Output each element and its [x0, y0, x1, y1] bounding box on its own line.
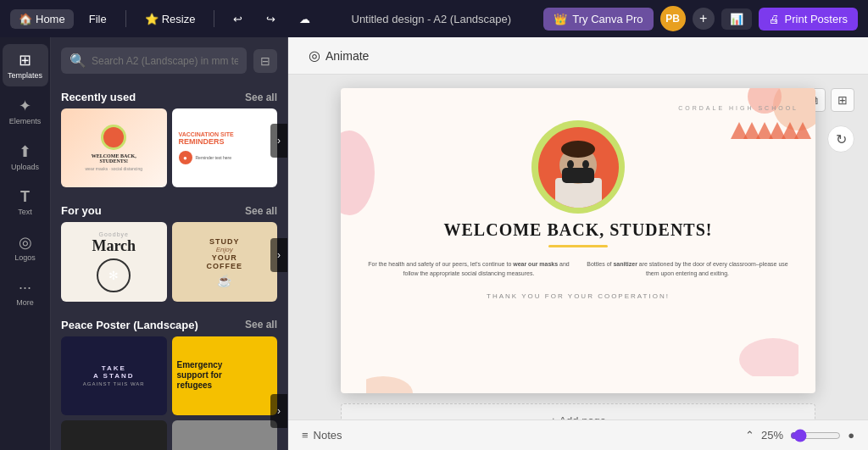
- search-area: 🔍 ⊟: [51, 37, 287, 84]
- template-march[interactable]: Goodbye March ✻: [61, 222, 167, 301]
- template-study-coffee[interactable]: STUDY Enjoy YOUR COFFEE ☕: [172, 222, 278, 301]
- plus-button[interactable]: +: [693, 8, 715, 30]
- uploads-icon: ⬆: [19, 142, 31, 161]
- notes-icon: ≡: [302, 429, 309, 442]
- add-icon: ⊞: [837, 93, 848, 107]
- deco-bottom-right: [714, 325, 798, 376]
- bottom-bar: ≡ Notes ⌃ 25% ●: [288, 419, 868, 450]
- left-sidebar: ⊞ Templates ✦ Elements ⬆ Uploads T Text …: [0, 37, 51, 450]
- cloud-button[interactable]: ☁: [291, 9, 319, 29]
- canvas-toolbar: ◎ Animate: [288, 37, 868, 75]
- sidebar-label-text: Text: [18, 208, 32, 216]
- design-underline: [548, 245, 608, 247]
- for-you-scroll-right[interactable]: ›: [270, 238, 287, 272]
- home-icon: 🏠: [19, 13, 32, 25]
- template-emergency[interactable]: Emergencysupport forrefugees: [172, 336, 278, 415]
- zoom-slider[interactable]: [790, 429, 841, 442]
- col1-text: For the health and safety of our peers, …: [366, 259, 571, 278]
- undo-icon: ↩: [233, 13, 242, 25]
- cloud-icon: ☁: [299, 13, 310, 25]
- file-button[interactable]: File: [81, 9, 115, 29]
- for-you-see-all[interactable]: See all: [245, 205, 277, 217]
- nav-divider-2: [214, 10, 214, 27]
- svg-rect-13: [562, 168, 594, 183]
- zoom-level: 25%: [761, 429, 783, 442]
- main-layout: ⊞ Templates ✦ Elements ⬆ Uploads T Text …: [0, 37, 868, 450]
- template-welcome-students[interactable]: WELCOME BACK,STUDENTS! wear masks · soci…: [61, 108, 167, 187]
- home-button[interactable]: 🏠 Home: [10, 9, 74, 29]
- refresh-icon: ↻: [836, 131, 847, 147]
- template-vaccination[interactable]: VACCINATION SITE REMINDERS ● Reminder te…: [172, 108, 278, 187]
- col2-text: Bottles of sanitizer are stationed by th…: [585, 259, 790, 278]
- sidebar-item-templates[interactable]: ⊞ Templates: [3, 44, 48, 86]
- canvas-wrapper: ⧉ ⊞ ↻: [288, 75, 868, 450]
- undo-button[interactable]: ↩: [225, 9, 251, 29]
- add-canvas-button[interactable]: ⊞: [831, 88, 854, 112]
- avatar[interactable]: PB: [660, 6, 686, 31]
- elements-icon: ✦: [19, 97, 31, 115]
- sidebar-item-logos[interactable]: ◎ Logos: [3, 226, 48, 269]
- resize-button[interactable]: ⭐ Resize: [136, 9, 204, 29]
- peace-poster-see-all[interactable]: See all: [245, 319, 277, 331]
- avatar-inner-circle: [538, 127, 619, 208]
- for-you-grid: Goodbye March ✻ STUDY Enjoy YOUR COFFEE: [51, 222, 287, 311]
- deco-bottom-left: [366, 351, 434, 393]
- peace-scroll-right[interactable]: ›: [270, 394, 287, 428]
- design-title: WELCOME BACK, STUDENTS!: [358, 220, 798, 240]
- svg-point-16: [561, 141, 595, 158]
- sidebar-label-templates: Templates: [8, 71, 42, 80]
- canvas-area: ◎ Animate ⧉ ⊞ ↻: [288, 37, 868, 450]
- chevron-up-icon: ⌃: [745, 429, 754, 442]
- circle-icon: ●: [848, 429, 854, 442]
- sidebar-item-text[interactable]: T Text: [3, 181, 48, 223]
- animate-label: Animate: [326, 49, 369, 63]
- search-box[interactable]: 🔍: [61, 47, 247, 74]
- svg-point-10: [366, 376, 413, 393]
- resize-label: Resize: [162, 13, 196, 25]
- template-bw[interactable]: refugees: [172, 420, 278, 450]
- design-title: Untitled design - A2 (Landscape): [326, 13, 537, 25]
- for-you-title: For you: [61, 204, 102, 217]
- analytics-button[interactable]: 📊: [721, 8, 752, 30]
- recently-used-header: Recently used See all: [51, 84, 287, 108]
- svg-point-14: [567, 160, 574, 169]
- analytics-icon: 📊: [730, 13, 743, 25]
- search-input[interactable]: [92, 55, 238, 67]
- sidebar-item-elements[interactable]: ✦ Elements: [3, 90, 48, 132]
- recently-used-scroll-right[interactable]: ›: [270, 124, 287, 158]
- school-name: CORDALE HIGH SCHOOL: [678, 105, 798, 111]
- peace-poster-grid: TAKE A STAND AGAINST THIS WAR Emergencys…: [51, 336, 287, 450]
- sidebar-item-more[interactable]: ··· More: [3, 272, 48, 314]
- zoom-controls: ⌃ 25% ●: [745, 429, 854, 442]
- refresh-button[interactable]: ↻: [827, 125, 854, 153]
- peace-poster-header: Peace Poster (Landscape) See all: [51, 312, 287, 336]
- peace-poster-title: Peace Poster (Landscape): [61, 319, 198, 331]
- animate-button[interactable]: ◎ Animate: [302, 44, 376, 67]
- sidebar-label-more: More: [16, 298, 34, 307]
- crown-icon: 👑: [554, 13, 567, 25]
- search-icon: 🔍: [70, 53, 86, 69]
- logos-icon: ◎: [19, 233, 32, 252]
- svg-point-9: [739, 338, 798, 376]
- try-canva-button[interactable]: 👑 Try Canva Pro: [543, 8, 653, 31]
- print-button[interactable]: 🖨 Print Posters: [759, 8, 858, 31]
- template-take-stand[interactable]: TAKE A STAND AGAINST THIS WAR: [61, 336, 167, 415]
- notes-button[interactable]: ≡ Notes: [302, 429, 342, 442]
- print-icon: 🖨: [769, 13, 780, 25]
- peace-poster-section: Peace Poster (Landscape) See all TAKE A …: [51, 312, 287, 450]
- text-icon: T: [20, 188, 30, 206]
- more-icon: ···: [19, 279, 31, 297]
- recently-used-see-all[interactable]: See all: [245, 92, 277, 103]
- filter-button[interactable]: ⊟: [253, 49, 277, 73]
- sidebar-item-uploads[interactable]: ⬆ Uploads: [3, 136, 48, 178]
- home-label: Home: [36, 13, 65, 25]
- nav-right: 👑 Try Canva Pro PB + 📊 🖨 Print Posters: [543, 6, 858, 31]
- design-canvas[interactable]: CORDALE HIGH SCHOOL: [341, 88, 815, 393]
- design-footer-text: THANK YOU FOR YOUR COOPERATION!: [487, 292, 670, 300]
- animate-icon: ◎: [309, 47, 320, 64]
- sidebar-label-logos: Logos: [14, 253, 36, 262]
- redo-button[interactable]: ↪: [258, 9, 284, 29]
- nav-divider: [125, 10, 126, 27]
- template-peace2[interactable]: peace: [61, 420, 167, 450]
- person-avatar: [538, 127, 619, 208]
